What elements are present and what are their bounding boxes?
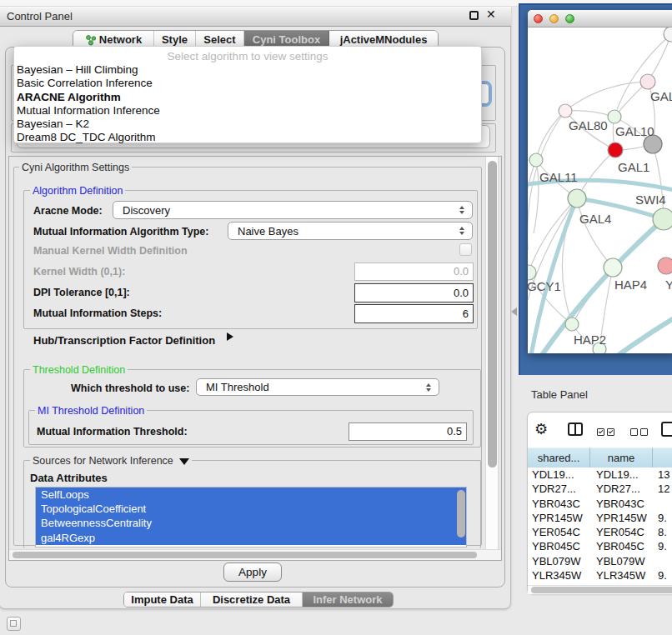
network-node-gal11[interactable] <box>529 153 543 167</box>
dropdown-item[interactable]: Bayesian – Hill Climbing <box>14 63 481 77</box>
hub-expand-arrow-icon[interactable] <box>227 332 233 341</box>
node-label-hap2: HAP2 <box>574 332 606 347</box>
sources-title-text: Sources for Network Inference <box>33 455 173 467</box>
network-node-gal1[interactable] <box>608 142 623 158</box>
data-attribute-item[interactable]: BetweennessCentrality <box>36 516 466 530</box>
table-cell: YBR045C <box>590 539 653 553</box>
table-cell <box>653 554 672 568</box>
mi-type-combo[interactable]: Naive Bayes <box>228 222 473 240</box>
restore-panel-icon[interactable] <box>7 617 21 631</box>
control-panel-titlebar[interactable] <box>0 7 511 27</box>
table-row[interactable]: YER054CYER054C8. <box>528 525 672 539</box>
mi-steps-field[interactable]: 6 <box>354 304 474 323</box>
network-edge[interactable] <box>565 82 648 111</box>
which-threshold-combo[interactable]: MI Threshold <box>196 378 439 396</box>
algorithm-dropdown-popup: Select algorithm to view settings Bayesi… <box>13 46 482 143</box>
dropdown-placeholder: Select algorithm to view settings <box>14 49 481 63</box>
node-label-gcy1: GCY1 <box>528 279 561 293</box>
gear-icon[interactable]: ⚙ <box>534 420 548 438</box>
export-table-icon[interactable] <box>661 422 672 437</box>
table-row[interactable]: YBR043CYBR043C <box>528 497 672 511</box>
float-window-icon[interactable] <box>469 11 479 20</box>
data-attributes-list[interactable]: SelfLoopsTopologicalCoefficientBetweenne… <box>35 487 467 548</box>
node-label-gal8: GAL8 <box>650 89 672 103</box>
table-column-header[interactable] <box>653 448 672 468</box>
dropdown-item[interactable]: Bayesian – K2 <box>14 118 481 131</box>
table-cell: YBL079W <box>590 554 653 568</box>
bottom-tab-impute-data[interactable]: Impute Data <box>124 592 201 607</box>
tab-label: Network <box>99 33 142 46</box>
close-icon[interactable]: ✕ <box>486 8 496 21</box>
table-body: YDL19...YDL19...13YDR27...YDR27...12YBR0… <box>528 468 672 590</box>
tab-label: Cyni Toolbox <box>253 33 320 46</box>
close-traffic-light-icon[interactable] <box>534 14 543 23</box>
table-cell: 9. <box>653 511 672 525</box>
dpi-tolerance-field[interactable]: 0.0 <box>354 283 474 302</box>
manual-kernel-checkbox[interactable] <box>459 243 472 256</box>
columns-icon[interactable] <box>568 422 583 436</box>
network-node-gal8[interactable] <box>640 74 655 89</box>
table-cell: YLR345W <box>590 568 653 582</box>
network-node-gal80[interactable] <box>559 104 572 118</box>
settings-hscroll-thumb[interactable] <box>13 552 477 558</box>
bottom-tab-infer-network[interactable]: Infer Network <box>303 592 393 607</box>
dropdown-item[interactable]: ARACNE Algorithm <box>14 91 481 104</box>
dropdown-item[interactable]: Mutual Information Inference <box>14 104 481 118</box>
network-node-gal4[interactable] <box>568 189 586 208</box>
zoom-traffic-light-icon[interactable] <box>565 14 574 23</box>
table-row[interactable]: YDR27...YDR27...12 <box>528 482 672 496</box>
table-column-header[interactable]: shared... <box>528 448 590 468</box>
table-cell: YPR145W <box>590 511 653 525</box>
table-column-header[interactable]: name <box>590 448 653 468</box>
data-attribute-item[interactable]: TopologicalCoefficient <box>36 502 466 516</box>
kernel-width-field[interactable]: 0.0 <box>354 262 474 281</box>
network-edge[interactable] <box>536 111 565 160</box>
network-edge[interactable] <box>577 198 613 268</box>
network-node-y-node[interactable] <box>658 258 672 274</box>
sources-title: Sources for Network Inference <box>30 455 192 467</box>
network-tab-icon <box>85 34 96 46</box>
table-row[interactable]: YBR045CYBR045C9. <box>528 539 672 553</box>
node-label-swi4: SWI4 <box>635 192 666 207</box>
settings-vscroll-thumb[interactable] <box>488 161 497 468</box>
network-edge[interactable] <box>653 144 664 219</box>
aracne-mode-combo[interactable]: Discovery <box>113 201 473 219</box>
network-edge[interactable] <box>614 34 671 117</box>
deselect-all-columns-icon[interactable] <box>630 428 648 436</box>
mi-threshold-field[interactable]: 0.5 <box>349 422 467 441</box>
table-cell: 9. <box>653 568 672 582</box>
minimize-traffic-light-icon[interactable] <box>549 14 559 23</box>
table-row[interactable]: YDL19...YDL19...13 <box>528 468 672 482</box>
network-node-hap4[interactable] <box>604 258 622 277</box>
node-label-gal4: GAL4 <box>579 212 611 226</box>
tab-label: Select <box>203 33 235 46</box>
hub-definition-label[interactable]: Hub/Transcription Factor Definition <box>33 334 215 347</box>
sources-collapse-arrow-icon[interactable] <box>179 458 189 465</box>
dropdown-item[interactable]: Dream8 DC_TDC Algorithm <box>14 131 481 144</box>
table-row[interactable]: YPR145WYPR145W9. <box>528 511 672 525</box>
table-row[interactable]: YBL079WYBL079W <box>528 554 672 568</box>
node-label-hap4: HAP4 <box>614 278 647 292</box>
table-cell: YBR043C <box>590 497 653 511</box>
list-scrollbar-thumb[interactable] <box>457 490 465 538</box>
mi-type-label: Mutual Information Algorithm Type: <box>33 226 208 238</box>
algorithm-definition-title: Algorithm Definition <box>30 185 125 197</box>
table-row[interactable]: YLR345WYLR345W9. <box>528 568 672 582</box>
apply-button[interactable]: Apply <box>223 562 282 582</box>
table-cell: YER054C <box>528 525 590 539</box>
data-attribute-item[interactable]: gal4RGexp <box>36 531 466 545</box>
select-all-columns-icon[interactable] <box>597 428 614 436</box>
network-node-hap2[interactable] <box>565 318 579 331</box>
dropdown-item[interactable]: Basic Correlation Inference <box>14 77 481 90</box>
table-cell: YDR27... <box>590 482 653 496</box>
splitter-collapse-icon[interactable] <box>511 308 517 316</box>
network-edge[interactable] <box>565 111 614 117</box>
network-node-swi4[interactable] <box>653 208 672 230</box>
network-edge[interactable] <box>619 318 672 353</box>
network-node-gal10[interactable] <box>608 110 621 123</box>
table-hscroll-thumb[interactable] <box>531 587 672 593</box>
data-attribute-item[interactable]: SelfLoops <box>36 488 466 502</box>
bottom-tab-discretize-data[interactable]: Discretize Data <box>201 592 303 607</box>
which-threshold-value: MI Threshold <box>206 381 269 393</box>
network-canvas[interactable]: GAL8GAL80GAL10GAL1GAL11GAL4SWI4GCY1HAP4Y… <box>528 28 672 353</box>
